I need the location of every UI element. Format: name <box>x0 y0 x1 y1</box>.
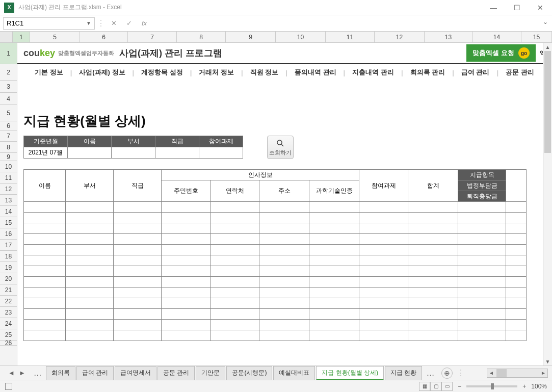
table-cell[interactable] <box>309 202 359 213</box>
table-cell[interactable] <box>259 277 309 288</box>
table-cell[interactable] <box>359 213 408 223</box>
add-sheet-button[interactable]: ⊕ <box>441 368 453 379</box>
table-cell[interactable] <box>359 202 408 213</box>
filter-cell[interactable] <box>68 147 112 159</box>
table-cell[interactable] <box>211 309 259 320</box>
select-all-corner[interactable] <box>0 32 13 42</box>
table-row[interactable] <box>24 288 527 298</box>
table-cell[interactable] <box>506 320 527 330</box>
table-cell[interactable] <box>114 245 162 255</box>
table-cell[interactable] <box>211 298 259 309</box>
table-cell[interactable] <box>162 266 211 277</box>
table-cell[interactable] <box>309 255 359 266</box>
table-cell[interactable] <box>211 202 259 213</box>
row-header[interactable]: 11 <box>0 172 17 184</box>
page-break-button[interactable]: ▭ <box>441 382 453 391</box>
table-cell[interactable] <box>359 266 408 277</box>
table-cell[interactable] <box>408 288 458 298</box>
table-cell[interactable] <box>114 309 162 320</box>
table-cell[interactable] <box>24 330 66 341</box>
hscroll-thumb[interactable] <box>496 369 507 377</box>
table-cell[interactable] <box>309 277 359 288</box>
table-cell[interactable] <box>114 320 162 330</box>
table-cell[interactable] <box>211 320 259 330</box>
table-cell[interactable] <box>162 288 211 298</box>
table-cell[interactable] <box>66 298 114 309</box>
table-cell[interactable] <box>24 234 66 245</box>
table-cell[interactable] <box>66 277 114 288</box>
table-cell[interactable] <box>162 298 211 309</box>
table-cell[interactable] <box>309 320 359 330</box>
record-macro-icon[interactable] <box>5 383 12 390</box>
table-row[interactable] <box>24 277 527 288</box>
table-cell[interactable] <box>24 277 66 288</box>
table-cell[interactable] <box>408 213 458 223</box>
table-cell[interactable] <box>408 234 458 245</box>
table-cell[interactable] <box>66 202 114 213</box>
table-cell[interactable] <box>66 266 114 277</box>
table-cell[interactable] <box>24 223 66 234</box>
row-header[interactable]: 21 <box>0 284 17 296</box>
nav-item[interactable]: 지출내역 관리 <box>345 68 401 77</box>
tab-overflow-left[interactable]: … <box>31 369 45 378</box>
row-header[interactable]: 19 <box>0 262 17 273</box>
row-header[interactable]: 20 <box>0 273 17 284</box>
table-cell[interactable] <box>458 234 506 245</box>
table-cell[interactable] <box>506 223 527 234</box>
table-cell[interactable] <box>259 245 309 255</box>
table-cell[interactable] <box>408 320 458 330</box>
table-row[interactable] <box>24 309 527 320</box>
row-header[interactable]: 2 <box>0 64 17 81</box>
column-header[interactable]: 6 <box>80 32 128 42</box>
sheet-tab[interactable]: 급여명세서 <box>115 366 156 380</box>
table-cell[interactable] <box>211 213 259 223</box>
table-cell[interactable] <box>309 234 359 245</box>
scroll-up-icon[interactable]: ▲ <box>543 43 552 51</box>
table-cell[interactable] <box>162 330 211 341</box>
table-cell[interactable] <box>408 245 458 255</box>
table-cell[interactable] <box>359 330 408 341</box>
table-row[interactable] <box>24 298 527 309</box>
column-header[interactable]: 1 <box>13 32 30 42</box>
nav-item[interactable]: 거래처 정보 <box>192 68 241 77</box>
fx-button[interactable]: fx <box>138 17 151 30</box>
table-cell[interactable] <box>359 255 408 266</box>
row-header[interactable]: 22 <box>0 296 17 307</box>
row-header[interactable]: 13 <box>0 195 17 206</box>
table-row[interactable] <box>24 234 527 245</box>
table-cell[interactable] <box>24 213 66 223</box>
table-cell[interactable] <box>66 288 114 298</box>
row-header[interactable]: 1 <box>0 43 17 64</box>
table-cell[interactable] <box>114 288 162 298</box>
page-layout-button[interactable]: ▢ <box>430 382 441 391</box>
row-header[interactable]: 7 <box>0 130 17 142</box>
table-row[interactable] <box>24 330 527 341</box>
sheet-tab[interactable]: 지급 현황(월별 상세) <box>316 366 384 380</box>
table-cell[interactable] <box>506 245 527 255</box>
table-cell[interactable] <box>458 309 506 320</box>
table-cell[interactable] <box>162 234 211 245</box>
table-cell[interactable] <box>408 277 458 288</box>
table-cell[interactable] <box>408 223 458 234</box>
row-header[interactable]: 6 <box>0 121 17 130</box>
table-cell[interactable] <box>408 309 458 320</box>
table-cell[interactable] <box>458 202 506 213</box>
table-cell[interactable] <box>114 202 162 213</box>
table-cell[interactable] <box>162 223 211 234</box>
hscroll-right-icon[interactable]: ► <box>539 369 547 377</box>
table-cell[interactable] <box>359 245 408 255</box>
table-cell[interactable] <box>359 320 408 330</box>
table-cell[interactable] <box>259 320 309 330</box>
row-header[interactable]: 3 <box>0 81 17 93</box>
table-cell[interactable] <box>309 266 359 277</box>
table-cell[interactable] <box>458 255 506 266</box>
table-cell[interactable] <box>506 255 527 266</box>
table-cell[interactable] <box>309 298 359 309</box>
table-row[interactable] <box>24 266 527 277</box>
table-cell[interactable] <box>408 298 458 309</box>
column-header[interactable]: 10 <box>276 32 326 42</box>
table-cell[interactable] <box>66 330 114 341</box>
table-cell[interactable] <box>66 245 114 255</box>
table-cell[interactable] <box>66 213 114 223</box>
table-row[interactable] <box>24 202 527 213</box>
